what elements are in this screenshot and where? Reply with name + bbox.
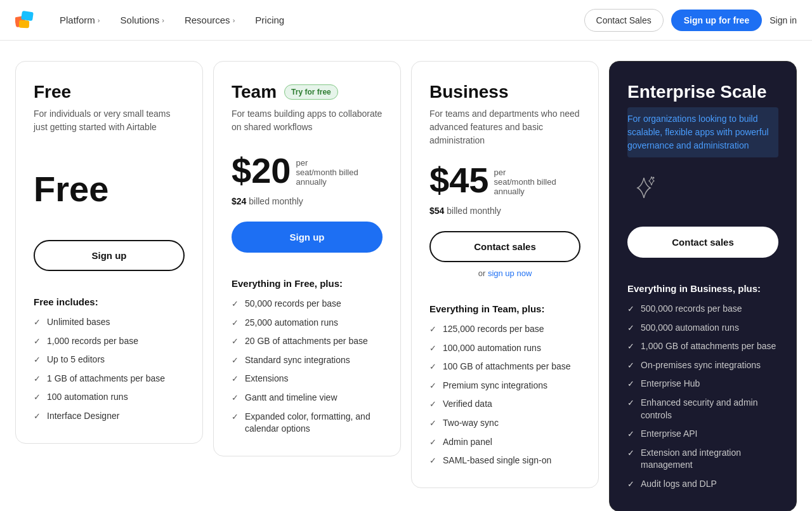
list-item: ✓Audit logs and DLP: [627, 478, 778, 491]
list-item: ✓Premium sync integrations: [429, 380, 580, 392]
signup-now-link[interactable]: sign up now: [488, 269, 532, 278]
check-icon: ✓: [627, 448, 634, 459]
plan-team-feature-list: ✓50,000 records per base ✓25,000 automat…: [232, 298, 383, 435]
chevron-icon: ›: [162, 17, 164, 24]
plan-team-monthly: $24 billed monthly: [232, 196, 383, 206]
check-icon: ✓: [627, 360, 634, 371]
plan-free-header: Free: [34, 82, 185, 102]
list-item: ✓100,000 automation runs: [429, 342, 580, 355]
plan-business-price-detail: per seat/month billed annually: [494, 163, 580, 196]
check-icon: ✓: [34, 317, 41, 328]
list-item: ✓100 GB of attachments per base: [429, 361, 580, 373]
navbar: Platform › Solutions › Resources › Prici…: [0, 0, 812, 41]
plan-business-features: Everything in Team, plus: ✓125,000 recor…: [429, 303, 580, 467]
check-icon: ✓: [627, 322, 634, 334]
plan-free-includes: Free includes:: [34, 296, 185, 307]
signin-link[interactable]: Sign in: [769, 15, 797, 25]
plan-team-price-detail: per seat/month billed annually: [296, 153, 383, 187]
check-icon: ✓: [429, 437, 436, 448]
plan-enterprise-desc: For organizations looking to build scala…: [627, 107, 778, 157]
plan-free-features: Free includes: ✓Unlimited bases ✓1,000 r…: [34, 296, 185, 423]
check-icon: ✓: [232, 373, 239, 385]
price-per: per: [296, 158, 383, 168]
list-item: ✓Verified data: [429, 398, 580, 411]
plan-free-price: Free: [34, 168, 185, 209]
plan-business-cta[interactable]: Contact sales: [429, 231, 580, 262]
plan-enterprise-name: Enterprise Scale: [627, 82, 766, 102]
check-icon: ✓: [627, 378, 634, 390]
check-icon: ✓: [627, 397, 634, 409]
check-icon: ✓: [627, 303, 634, 315]
plan-enterprise-features: Everything in Business, plus: ✓500,000 r…: [627, 283, 778, 491]
check-icon: ✓: [34, 373, 41, 385]
check-icon: ✓: [232, 392, 239, 404]
contact-sales-button[interactable]: Contact Sales: [584, 9, 664, 32]
list-item: ✓20 GB of attachments per base: [232, 335, 383, 348]
list-item: ✓500,000 automation runs: [627, 322, 778, 335]
plan-business-monthly: $54 billed monthly: [429, 206, 580, 216]
list-item: ✓1 GB of attachments per base: [34, 373, 185, 385]
list-item: ✓500,000 records per base: [627, 303, 778, 315]
nav-resources[interactable]: Resources ›: [176, 10, 244, 30]
svg-rect-1: [21, 10, 34, 20]
check-icon: ✓: [429, 399, 436, 410]
plan-business-includes: Everything in Team, plus:: [429, 303, 580, 314]
price-per: per: [494, 168, 580, 177]
try-badge: Try for free: [284, 84, 338, 100]
list-item: ✓100 automation runs: [34, 391, 185, 404]
nav-links: Platform › Solutions › Resources › Prici…: [51, 10, 584, 30]
plan-business: Business For teams and departments who n…: [411, 61, 599, 488]
plan-enterprise-cta[interactable]: Contact sales: [627, 227, 778, 258]
plan-enterprise: Enterprise Scale For organizations looki…: [609, 61, 797, 511]
check-icon: ✓: [34, 392, 41, 403]
check-icon: ✓: [627, 341, 634, 352]
list-item: ✓Enhanced security and admin controls: [627, 397, 778, 421]
nav-solutions[interactable]: Solutions ›: [112, 10, 173, 30]
check-icon: ✓: [232, 411, 239, 423]
signup-free-button[interactable]: Sign up for free: [671, 10, 762, 31]
plan-enterprise-includes: Everything in Business, plus:: [627, 283, 778, 294]
plan-team-features: Everything in Free, plus: ✓50,000 record…: [232, 278, 383, 435]
list-item: ✓Up to 5 editors: [34, 354, 185, 366]
plan-free-feature-list: ✓Unlimited bases ✓1,000 records per base…: [34, 316, 185, 423]
check-icon: ✓: [232, 355, 239, 366]
list-item: ✓Two-way sync: [429, 417, 580, 430]
plan-business-desc: For teams and departments who need advan…: [429, 107, 580, 147]
plan-free-cta[interactable]: Sign up: [34, 240, 185, 271]
list-item: ✓Enterprise API: [627, 428, 778, 441]
list-item: ✓25,000 automation runs: [232, 317, 383, 329]
chevron-icon: ›: [233, 17, 235, 24]
nav-platform[interactable]: Platform ›: [51, 10, 109, 30]
list-item: ✓SAML-based single sign-on: [429, 455, 580, 467]
list-item: ✓Unlimited bases: [34, 316, 185, 329]
list-item: ✓Admin panel: [429, 436, 580, 449]
plan-business-header: Business: [429, 82, 580, 102]
plan-business-or-signup: or sign up now: [429, 269, 580, 278]
logo[interactable]: [15, 9, 38, 32]
plan-enterprise-feature-list: ✓500,000 records per base ✓500,000 autom…: [627, 303, 778, 491]
check-icon: ✓: [34, 336, 41, 347]
check-icon: ✓: [429, 455, 436, 467]
nav-actions: Contact Sales Sign up for free Sign in: [584, 9, 797, 32]
list-item: ✓1,000 GB of attachments per base: [627, 340, 778, 353]
plan-free: Free For individuals or very small teams…: [15, 61, 203, 444]
plan-team-includes: Everything in Free, plus:: [232, 278, 383, 289]
svg-point-3: [653, 177, 655, 179]
check-icon: ✓: [232, 317, 239, 329]
check-icon: ✓: [429, 343, 436, 354]
list-item: ✓Gantt and timeline view: [232, 392, 383, 404]
list-item: ✓Enterprise Hub: [627, 378, 778, 390]
check-icon: ✓: [232, 336, 239, 347]
check-icon: ✓: [232, 298, 239, 310]
check-icon: ✓: [627, 479, 634, 490]
check-icon: ✓: [429, 380, 436, 392]
check-icon: ✓: [34, 411, 41, 422]
list-item: ✓Expanded color, formatting, and calenda…: [232, 411, 383, 435]
plan-team-cta[interactable]: Sign up: [232, 222, 383, 253]
plan-team-price: $20: [232, 153, 291, 189]
svg-rect-2: [19, 20, 29, 28]
nav-pricing[interactable]: Pricing: [246, 10, 293, 30]
list-item: ✓50,000 records per base: [232, 298, 383, 310]
list-item: ✓On-premises sync integrations: [627, 359, 778, 372]
list-item: ✓125,000 records per base: [429, 323, 580, 336]
